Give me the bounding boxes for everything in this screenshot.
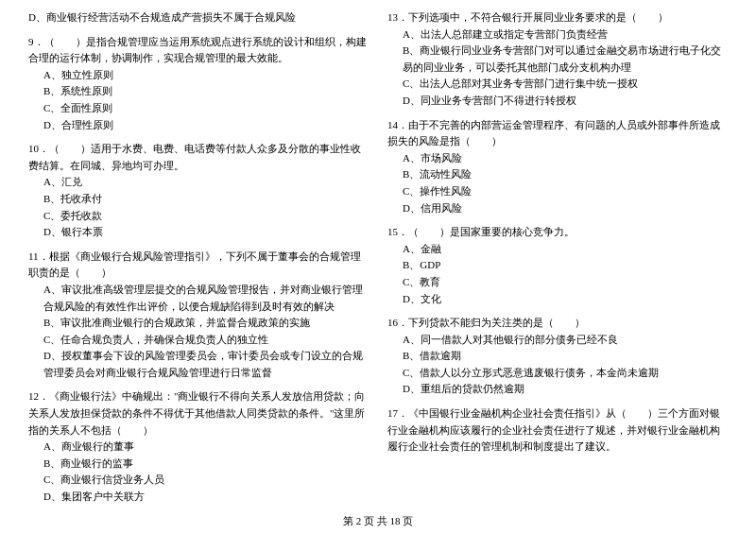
question-15-text: 15．（ ）是国家重要的核心竞争力。: [387, 226, 575, 237]
q14-option-d: D、信用风险: [387, 200, 728, 217]
q12-option-a: A、商业银行的董事: [28, 439, 369, 456]
q9-option-c: C、全面性原则: [28, 100, 369, 117]
question-block-14: 14．由于不完善的内部营运金管理程序、有问题的人员或外部事件所造成损失的风险是指…: [387, 117, 728, 217]
question-block-12: 12．《商业银行法》中确规出："商业银行不得向关系人发放信用贷款；向关系人发放担…: [28, 388, 369, 505]
question-block-9: 9．（ ）是指合规管理应当运用系统观点进行系统的设计和组织，构建合理的运行体制，…: [28, 34, 369, 134]
q12-option-c: C、商业银行信贷业务人员: [28, 472, 369, 489]
question-13-text: 13．下列选项中，不符合银行开展同业业务要求的是（ ）: [387, 11, 668, 23]
q9-option-b: B、系统性原则: [28, 83, 369, 100]
q13-option-d: D、同业业务专营部门不得进行转授权: [387, 93, 728, 110]
question-block-17: 17．《中国银行业金融机构企业社会责任指引》从（ ）三个方面对银行业金融机构应该…: [387, 405, 728, 456]
q9-option-a: A、独立性原则: [28, 67, 369, 84]
q16-option-c: C、借款人以分立形式恶意逃废银行债务，本金尚未逾期: [387, 365, 728, 382]
q14-option-a: A、市场风险: [387, 150, 728, 167]
q16-option-a: A、同一借款人对其他银行的部分债务已经不良: [387, 332, 728, 349]
content-columns: D、商业银行经营活动不合规造成产营损失不属于合规风险 9．（ ）是指合规管理应当…: [28, 9, 728, 513]
question-block-d-prev: D、商业银行经营活动不合规造成产营损失不属于合规风险: [28, 9, 369, 26]
question-block-10: 10．（ ）适用于水费、电费、电话费等付款人众多及分散的事业性收费结算。在同城、…: [28, 141, 369, 241]
q10-option-c: C、委托收款: [28, 208, 369, 225]
q16-option-d: D、重组后的贷款仍然逾期: [387, 381, 728, 398]
question-block-16: 16．下列贷款不能归为关注类的是（ ） A、同一借款人对其他银行的部分债务已经不…: [387, 315, 728, 398]
page: D、商业银行经营活动不合规造成产营损失不属于合规风险 9．（ ）是指合规管理应当…: [0, 0, 756, 534]
q13-option-c: C、出法人总部对其业务专营部门进行集中统一授权: [387, 76, 728, 93]
q15-option-a: A、金融: [387, 241, 728, 258]
question-12-text: 12．《商业银行法》中确规出："商业银行不得向关系人发放信用贷款；向关系人发放担…: [28, 390, 366, 435]
question-17-text: 17．《中国银行业金融机构企业社会责任指引》从（ ）三个方面对银行业金融机构应该…: [387, 407, 720, 452]
page-footer: 第 2 页 共 18 页: [0, 514, 756, 528]
question-10-text: 10．（ ）适用于水费、电费、电话费等付款人众多及分散的事业性收费结算。在同城、…: [28, 143, 361, 171]
question-d-prev-text: D、商业银行经营活动不合规造成产营损失不属于合规风险: [28, 11, 296, 23]
q11-option-b: B、审议批准商业银行的合规政策，并监督合规政策的实施: [28, 315, 369, 332]
left-column: D、商业银行经营活动不合规造成产营损失不属于合规风险 9．（ ）是指合规管理应当…: [28, 9, 369, 513]
q13-option-b: B、商业银行同业业务专营部门对可以通过金融交易市场进行电子化交易的同业业务，可以…: [387, 43, 728, 76]
question-11-text: 11．根据《商业银行合规风险管理指引》，下列不属于董事会的合规管理职责的是（ ）: [28, 250, 361, 279]
q10-option-d: D、银行本票: [28, 224, 369, 241]
q9-option-d: D、合理性原则: [28, 117, 369, 134]
question-block-13: 13．下列选项中，不符合银行开展同业业务要求的是（ ） A、出法人总部建立或指定…: [387, 9, 728, 110]
q15-option-d: D、文化: [387, 291, 728, 308]
q15-option-b: B、GDP: [387, 257, 728, 274]
q15-option-c: C、教育: [387, 274, 728, 291]
page-number: 第 2 页 共 18 页: [343, 515, 413, 526]
q14-option-c: C、操作性风险: [387, 183, 728, 200]
q11-option-c: C、任命合规负责人，并确保合规负责人的独立性: [28, 332, 369, 349]
right-column: 13．下列选项中，不符合银行开展同业业务要求的是（ ） A、出法人总部建立或指定…: [387, 9, 728, 513]
q14-option-b: B、流动性风险: [387, 166, 728, 183]
q10-option-a: A、汇兑: [28, 174, 369, 191]
q11-option-a: A、审议批准高级管理层提交的合规风险管理报告，并对商业银行管理合规风险的有效性作…: [28, 282, 369, 315]
question-16-text: 16．下列贷款不能归为关注类的是（ ）: [387, 317, 585, 328]
q16-option-b: B、借款逾期: [387, 348, 728, 365]
question-14-text: 14．由于不完善的内部营运金管理程序、有问题的人员或外部事件所造成损失的风险是指…: [387, 119, 720, 147]
q12-option-d: D、集团客户中关联方: [28, 489, 369, 506]
q13-option-a: A、出法人总部建立或指定专营部门负责经营: [387, 26, 728, 43]
q11-option-d: D、授权董事会下设的风险管理委员会，审计委员会或专门设立的合规管理委员会对商业银…: [28, 348, 369, 381]
q10-option-b: B、托收承付: [28, 191, 369, 208]
q12-option-b: B、商业银行的监事: [28, 456, 369, 473]
question-block-11: 11．根据《商业银行合规风险管理指引》，下列不属于董事会的合规管理职责的是（ ）…: [28, 249, 369, 382]
question-9-text: 9．（ ）是指合规管理应当运用系统观点进行系统的设计和组织，构建合理的运行体制，…: [28, 36, 367, 64]
question-block-15: 15．（ ）是国家重要的核心竞争力。 A、金融 B、GDP C、教育 D、文化: [387, 224, 728, 307]
